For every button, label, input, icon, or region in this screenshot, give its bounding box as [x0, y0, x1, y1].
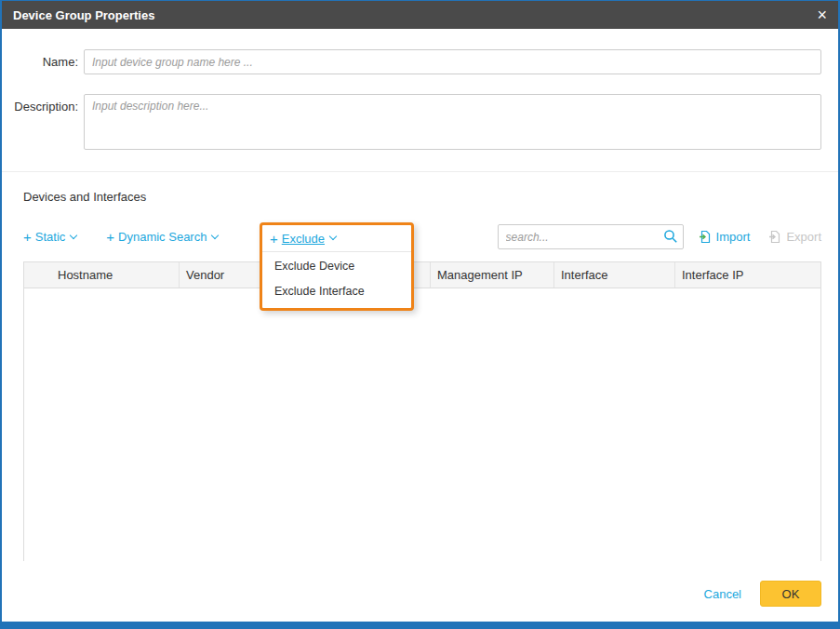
table-body	[24, 288, 820, 561]
export-icon	[768, 230, 781, 244]
cancel-button[interactable]: Cancel	[704, 587, 741, 601]
column-header-hostname: Hostname	[24, 262, 180, 288]
chevron-down-icon	[70, 231, 77, 238]
dynamic-search-button[interactable]: + Dynamic Search	[106, 230, 218, 244]
chevron-down-icon	[211, 231, 219, 238]
description-row: Description:	[2, 94, 838, 150]
menu-item-exclude-device[interactable]: Exclude Device	[262, 254, 411, 279]
dialog-title: Device Group Properties	[13, 8, 154, 22]
import-button[interactable]: Import	[699, 230, 751, 244]
name-input[interactable]	[84, 49, 821, 74]
description-input[interactable]	[84, 94, 821, 150]
exclude-dropdown-menu: Exclude Device Exclude Interface	[262, 251, 411, 308]
plus-icon: +	[270, 232, 278, 246]
chevron-down-icon	[329, 233, 337, 240]
plus-icon: +	[23, 230, 32, 244]
export-button-label: Export	[786, 230, 821, 244]
description-label: Description:	[2, 94, 84, 150]
import-button-label: Import	[716, 230, 751, 244]
static-button[interactable]: + Static	[23, 230, 76, 244]
exclude-button[interactable]: + Exclude	[262, 225, 411, 251]
search-box	[498, 224, 684, 249]
import-icon	[699, 230, 712, 244]
column-header-management-ip: Management IP	[431, 262, 554, 288]
dynamic-search-button-label: Dynamic Search	[118, 230, 207, 244]
device-toolbar: + Static + Dynamic Search Import	[23, 223, 821, 250]
search-input[interactable]	[498, 224, 684, 249]
export-button[interactable]: Export	[768, 230, 821, 244]
exclude-dropdown-highlight: + Exclude Exclude Device Exclude Interfa…	[260, 222, 414, 311]
section-divider	[2, 171, 838, 172]
plus-icon: +	[106, 230, 114, 244]
dialog-footer: Cancel OK	[704, 581, 821, 607]
table-header-row: Hostname Vendor Management IP Interface …	[24, 262, 820, 288]
exclude-button-label: Exclude	[282, 232, 325, 246]
close-icon[interactable]: ×	[817, 7, 827, 23]
section-title: Devices and Interfaces	[23, 190, 146, 204]
dialog-titlebar: Device Group Properties ×	[2, 1, 838, 29]
devices-table: Hostname Vendor Management IP Interface …	[23, 261, 821, 561]
name-row: Name:	[2, 49, 838, 74]
search-icon[interactable]	[663, 229, 678, 244]
column-header-interface: Interface	[554, 262, 675, 288]
ok-button[interactable]: OK	[760, 581, 821, 607]
column-header-interface-ip: Interface IP	[675, 262, 820, 288]
name-label: Name:	[2, 49, 84, 74]
menu-item-exclude-interface[interactable]: Exclude Interface	[262, 279, 411, 304]
static-button-label: Static	[35, 230, 66, 244]
device-group-properties-dialog: Device Group Properties × Name: Descript…	[0, 0, 840, 629]
